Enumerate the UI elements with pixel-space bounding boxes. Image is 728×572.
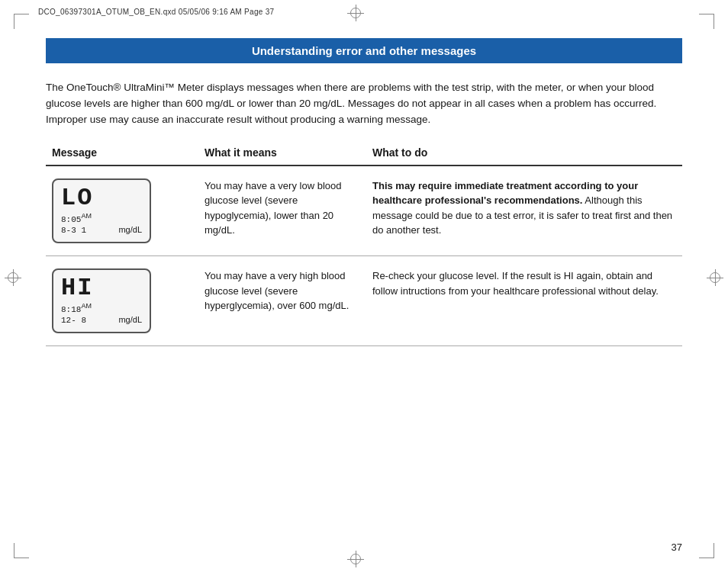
page-number: 37 — [672, 541, 682, 553]
todo-cell-hi: Re-check your glucose level. If the resu… — [366, 256, 682, 346]
corner-mark-tl — [14, 14, 29, 29]
meter-time-hi: 8:18AM12- 8 — [61, 302, 92, 326]
col-header-todo: What to do — [366, 142, 682, 165]
corner-mark-tr — [699, 14, 714, 29]
file-header: DCO_06397301A_OTUM_OB_EN.qxd 05/05/06 9:… — [38, 8, 274, 16]
meter-unit-lo: mg/dL — [118, 223, 142, 236]
reg-mark-left — [5, 269, 21, 286]
table-row: HI8:18AM12- 8mg/dLYou may have a very hi… — [46, 256, 682, 346]
reg-mark-top — [347, 5, 364, 21]
content-area: Understanding error and other messages T… — [46, 38, 682, 534]
meter-display-lo: LO8:05AM8-3 1mg/dL — [52, 178, 151, 243]
col-header-means: What it means — [198, 142, 366, 165]
meter-unit-hi: mg/dL — [118, 313, 142, 326]
corner-mark-br — [699, 543, 714, 558]
meter-small-row-hi: 8:18AM12- 8mg/dL — [61, 302, 142, 326]
todo-cell-lo: This may require immediate treatment acc… — [366, 165, 682, 256]
table-row: LO8:05AM8-3 1mg/dLYou may have a very lo… — [46, 165, 682, 256]
message-table: Message What it means What to do LO8:05A… — [46, 142, 682, 347]
meter-display-hi: HI8:18AM12- 8mg/dL — [52, 268, 151, 333]
meter-big-lo: LO — [61, 186, 142, 210]
page: DCO_06397301A_OTUM_OB_EN.qxd 05/05/06 9:… — [0, 0, 728, 572]
intro-paragraph: The OneTouch® UltraMini™ Meter displays … — [46, 80, 682, 128]
page-title: Understanding error and other messages — [252, 44, 476, 57]
todo-normal-hi: Re-check your glucose level. If the resu… — [372, 270, 659, 297]
title-bar: Understanding error and other messages — [46, 38, 682, 63]
meter-big-hi: HI — [61, 276, 142, 300]
reg-mark-right — [707, 269, 723, 286]
message-cell-hi: HI8:18AM12- 8mg/dL — [46, 256, 198, 346]
means-cell-lo: You may have a very low blood glucose le… — [198, 165, 366, 256]
col-header-message: Message — [46, 142, 198, 165]
meter-small-row-lo: 8:05AM8-3 1mg/dL — [61, 212, 142, 236]
corner-mark-bl — [14, 543, 29, 558]
message-cell-lo: LO8:05AM8-3 1mg/dL — [46, 165, 198, 256]
reg-mark-bottom — [347, 551, 364, 567]
means-cell-hi: You may have a very high blood glucose l… — [198, 256, 366, 346]
meter-time-lo: 8:05AM8-3 1 — [61, 212, 92, 236]
table-header-row: Message What it means What to do — [46, 142, 682, 165]
